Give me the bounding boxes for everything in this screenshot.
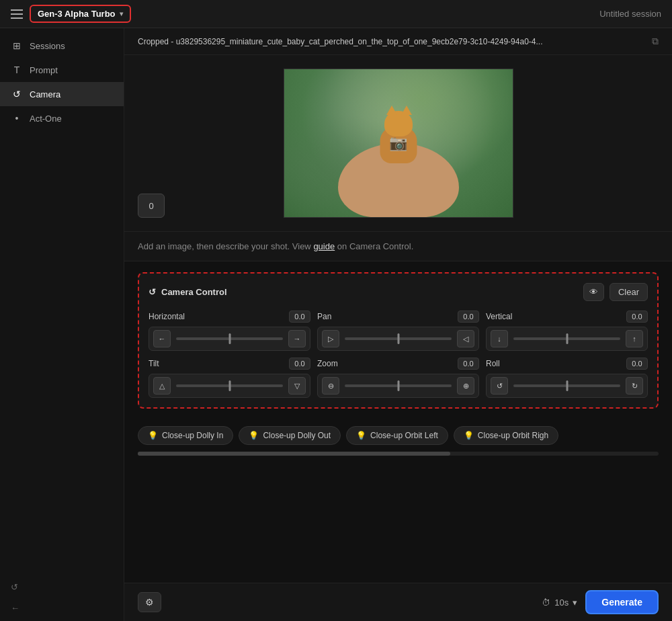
slider-value-horizontal[interactable]: 0.0 — [289, 310, 310, 323]
eye-button[interactable]: 👁 — [583, 283, 604, 301]
refresh-icon: ↺ — [11, 582, 18, 592]
prompt-icon: T — [11, 65, 23, 75]
suggestion-dolly-in[interactable]: 💡 Close-up Dolly In — [138, 426, 233, 445]
suggestion-label: Close-up Orbit Righ — [478, 431, 548, 440]
slider-value-zoom[interactable]: 0.0 — [458, 358, 479, 370]
suggestion-orbit-right[interactable]: 💡 Close-up Orbit Righ — [454, 426, 558, 445]
top-bar: Gen-3 Alpha Turbo ▾ Untitled session — [0, 0, 672, 28]
slider-value-tilt[interactable]: 0.0 — [289, 358, 310, 370]
sliders-grid: Horizontal 0.0 ← → Pan 0.0 — [149, 310, 648, 398]
prompt-text: Add an image, then describe your shot. V… — [138, 241, 311, 251]
timer-icon: ⏱ — [542, 597, 550, 608]
slider-value-roll[interactable]: 0.0 — [626, 358, 648, 370]
slider-zoom: Zoom 0.0 ⊖ ⊕ — [317, 358, 479, 398]
camera-control-panel: ↺ Camera Control 👁 Clear Horizontal 0.0 — [138, 272, 659, 409]
bulb-icon: 💡 — [356, 431, 366, 440]
slider-pan: Pan 0.0 ▷ ◁ — [317, 310, 479, 351]
sidebar-item-prompt[interactable]: T Prompt — [0, 58, 124, 82]
slider-label-pan: Pan — [317, 312, 331, 321]
camera-control-header: ↺ Camera Control 👁 Clear — [149, 283, 648, 301]
cat-ear-right — [401, 106, 412, 115]
generate-button[interactable]: Generate — [585, 590, 659, 614]
bottom-bar: ⚙ ⏱ 10s ▾ Generate — [124, 583, 672, 621]
slider-row-pan: ▷ ◁ — [317, 327, 479, 351]
slider-left-btn-tilt[interactable]: △ — [153, 377, 171, 395]
chevron-down-icon: ▾ — [573, 597, 577, 608]
duration-selector[interactable]: ⏱ 10s ▾ — [542, 597, 577, 608]
slider-value-vertical[interactable]: 0.0 — [626, 310, 648, 323]
sidebar-item-label: Camera — [30, 89, 60, 99]
slider-right-btn-pan[interactable]: ◁ — [457, 330, 474, 347]
camera-control-title: ↺ Camera Control — [149, 287, 227, 297]
model-selector[interactable]: Gen-3 Alpha Turbo ▾ — [30, 5, 131, 23]
slider-row-horizontal: ← → — [149, 327, 310, 351]
file-bar: Cropped - u3829536295_miniature_cute_bab… — [124, 28, 672, 55]
sidebar-back[interactable]: ← — [11, 603, 113, 613]
slider-left-btn-zoom[interactable]: ⊖ — [322, 377, 339, 395]
sidebar-item-label: Sessions — [30, 41, 65, 51]
main-content: Cropped - u3829536295_miniature_cute_bab… — [124, 28, 672, 621]
bulb-icon: 💡 — [148, 431, 158, 440]
slider-row-roll: ↺ ↻ — [486, 374, 648, 398]
sessions-icon: ⊞ — [11, 40, 23, 51]
session-title: Untitled session — [599, 9, 661, 19]
bulb-icon: 💡 — [464, 431, 474, 440]
slider-left-btn-pan[interactable]: ▷ — [322, 330, 339, 347]
slider-right-btn-horizontal[interactable]: → — [288, 330, 306, 347]
bulb-icon: 💡 — [249, 431, 259, 440]
prompt-bar: Add an image, then describe your shot. V… — [124, 232, 672, 261]
slider-label-horizontal: Horizontal — [149, 312, 185, 321]
slider-right-btn-tilt[interactable]: ▽ — [288, 377, 306, 395]
sidebar-refresh[interactable]: ↺ — [11, 582, 113, 592]
sidebar-item-sessions[interactable]: ⊞ Sessions — [0, 34, 124, 58]
arrow-left-icon: ← — [11, 603, 19, 613]
suggestion-orbit-left[interactable]: 💡 Close-up Orbit Left — [346, 426, 448, 445]
prompt-suffix: on Camera Control. — [337, 241, 413, 251]
chevron-down-icon: ▾ — [120, 10, 123, 17]
suggestion-dolly-out[interactable]: 💡 Close-up Dolly Out — [239, 426, 341, 445]
guide-link[interactable]: guide — [313, 241, 335, 251]
frame-number: 0 — [138, 194, 165, 218]
settings-button[interactable]: ⚙ — [138, 592, 161, 612]
slider-horizontal: Horizontal 0.0 ← → — [149, 310, 310, 351]
camera-icon: ↺ — [11, 89, 23, 99]
slider-row-zoom: ⊖ ⊕ — [317, 374, 479, 398]
sidebar-item-camera[interactable]: ↺ Camera — [0, 82, 124, 106]
image-area: 📷 0 — [124, 55, 672, 232]
hamburger-menu[interactable] — [11, 9, 23, 19]
slider-label-vertical: Vertical — [486, 312, 512, 321]
slider-value-pan[interactable]: 0.0 — [458, 310, 479, 323]
slider-roll: Roll 0.0 ↺ ↻ — [486, 358, 648, 398]
file-name: Cropped - u3829536295_miniature_cute_bab… — [138, 37, 542, 46]
slider-right-btn-roll[interactable]: ↻ — [626, 377, 643, 395]
clear-button[interactable]: Clear — [610, 283, 648, 301]
slider-left-btn-vertical[interactable]: ↓ — [491, 330, 508, 347]
act-one-icon: • — [11, 113, 23, 124]
slider-right-btn-vertical[interactable]: ↑ — [626, 330, 643, 347]
slider-vertical: Vertical 0.0 ↓ ↑ — [486, 310, 648, 351]
slider-label-tilt: Tilt — [149, 359, 159, 368]
cat-ear-left — [386, 106, 397, 115]
slider-tilt: Tilt 0.0 △ ▽ — [149, 358, 310, 398]
slider-left-btn-horizontal[interactable]: ← — [153, 330, 171, 347]
sidebar-item-label: Prompt — [30, 65, 58, 75]
slider-row-vertical: ↓ ↑ — [486, 327, 648, 351]
camera-control-icon: ↺ — [149, 287, 156, 297]
duration-value: 10s — [554, 597, 569, 608]
model-name: Gen-3 Alpha Turbo — [38, 9, 116, 19]
suggestion-label: Close-up Dolly In — [162, 431, 223, 440]
horizontal-scrollbar[interactable] — [124, 452, 672, 456]
slider-row-tilt: △ ▽ — [149, 374, 310, 398]
cat-image: 📷 — [284, 69, 513, 217]
copy-icon[interactable]: ⧉ — [652, 36, 659, 47]
camera-control-actions: 👁 Clear — [583, 283, 648, 301]
sidebar: ⊞ Sessions T Prompt ↺ Camera • Act-One ↺… — [0, 28, 124, 621]
slider-left-btn-roll[interactable]: ↺ — [491, 377, 508, 395]
image-container[interactable]: 📷 — [284, 69, 513, 218]
sidebar-item-label: Act-One — [30, 114, 62, 124]
sidebar-item-act-one[interactable]: • Act-One — [0, 106, 124, 130]
slider-right-btn-zoom[interactable]: ⊕ — [457, 377, 474, 395]
slider-label-roll: Roll — [486, 359, 500, 368]
slider-label-zoom: Zoom — [317, 359, 338, 368]
suggestions-area: 💡 Close-up Dolly In 💡 Close-up Dolly Out… — [124, 419, 672, 452]
